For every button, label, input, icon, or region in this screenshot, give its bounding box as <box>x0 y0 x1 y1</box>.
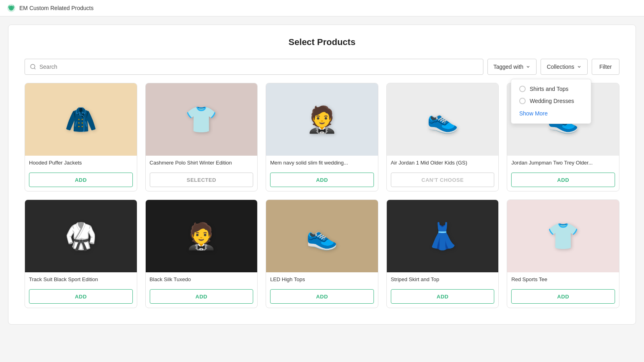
product-image-10: 👕 <box>507 200 619 272</box>
product-image-7: 🤵 <box>146 200 258 272</box>
tagged-with-dropdown[interactable]: Tagged with <box>487 59 537 75</box>
page-title: Select Products <box>25 37 619 47</box>
product-action-5: ADD <box>511 173 615 187</box>
product-action-btn-9[interactable]: ADD <box>391 289 495 304</box>
product-action-btn-3[interactable]: ADD <box>270 173 374 187</box>
radio-wedding[interactable] <box>519 98 526 104</box>
product-action-btn-7[interactable]: ADD <box>150 289 254 304</box>
collections-dropdown-panel: Shirts and Tops Wedding Dresses Show Mor… <box>511 79 591 124</box>
product-action-3: ADD <box>270 173 374 187</box>
product-image-4: 👟 <box>387 83 499 156</box>
product-name-5: Jordan Jumpman Two Trey Older... <box>507 156 619 173</box>
product-card-1: 🧥 Hooded Puffer Jackets ADD <box>25 83 137 191</box>
product-action-btn-2[interactable]: SELECTED <box>150 173 254 187</box>
product-name-3: Mem navy solid slim fit wedding... <box>266 156 378 173</box>
product-card-2: 👕 Cashmere Polo Shirt Winter Edition SEL… <box>145 83 258 191</box>
search-icon <box>30 64 36 70</box>
product-action-btn-1[interactable]: ADD <box>29 173 133 187</box>
product-action-9: ADD <box>391 289 495 304</box>
product-card-6: 🥋 Track Suit Black Sport Edition ADD <box>25 200 137 308</box>
product-image-1: 🧥 <box>25 83 137 156</box>
product-image-3: 🤵 <box>266 83 378 156</box>
product-card-10: 👕 Red Sports Tee ADD <box>507 200 619 308</box>
top-bar: EM Custom Related Products <box>0 0 644 16</box>
product-action-btn-8[interactable]: ADD <box>270 289 374 304</box>
product-name-4: Air Jordan 1 Mid Older Kids (GS) <box>387 156 499 173</box>
main-content: Select Products Tagged with Collections … <box>8 25 636 325</box>
product-action-8: ADD <box>270 289 374 304</box>
product-action-10: ADD <box>511 289 615 304</box>
product-name-2: Cashmere Polo Shirt Winter Edition <box>146 156 258 173</box>
filter-button[interactable]: Filter <box>592 59 619 75</box>
collection-option-wedding[interactable]: Wedding Dresses <box>519 98 583 104</box>
product-action-btn-10[interactable]: ADD <box>511 289 615 304</box>
product-action-6: ADD <box>29 289 133 304</box>
collection-option-shirts[interactable]: Shirts and Tops <box>519 86 583 92</box>
product-image-8: 👟 <box>266 200 378 272</box>
search-input[interactable] <box>39 64 478 70</box>
product-action-4: CAN'T CHOOSE <box>391 173 495 187</box>
product-action-btn-5[interactable]: ADD <box>511 173 615 187</box>
product-image-2: 👕 <box>146 83 258 156</box>
svg-point-1 <box>31 64 35 69</box>
product-action-btn-4: CAN'T CHOOSE <box>391 173 495 187</box>
product-action-1: ADD <box>29 173 133 187</box>
product-action-7: ADD <box>150 289 254 304</box>
product-card-9: 👗 Striped Skirt and Top ADD <box>386 200 499 308</box>
show-more-link[interactable]: Show More <box>519 110 548 117</box>
product-name-8: LED High Tops <box>266 272 378 289</box>
product-action-btn-6[interactable]: ADD <box>29 289 133 304</box>
search-wrapper <box>25 59 483 75</box>
product-card-8: 👟 LED High Tops ADD <box>266 200 378 308</box>
svg-point-0 <box>10 7 12 9</box>
product-name-10: Red Sports Tee <box>507 272 619 289</box>
toolbar: Tagged with Collections Filter Shirts an… <box>25 59 619 75</box>
product-card-7: 🤵 Black Silk Tuxedo ADD <box>145 200 258 308</box>
product-name-9: Striped Skirt and Top <box>387 272 499 289</box>
product-card-3: 🤵 Mem navy solid slim fit wedding... ADD <box>266 83 378 191</box>
product-name-7: Black Silk Tuxedo <box>146 272 258 289</box>
app-title: EM Custom Related Products <box>19 5 93 11</box>
radio-shirts[interactable] <box>519 86 526 92</box>
svg-line-2 <box>34 68 35 69</box>
collections-dropdown-btn[interactable]: Collections <box>541 59 587 75</box>
product-name-6: Track Suit Black Sport Edition <box>25 272 137 289</box>
product-name-1: Hooded Puffer Jackets <box>25 156 137 173</box>
product-action-2: SELECTED <box>150 173 254 187</box>
chevron-down-icon <box>577 64 582 69</box>
product-card-4: 👟 Air Jordan 1 Mid Older Kids (GS) CAN'T… <box>386 83 499 191</box>
product-image-6: 🥋 <box>25 200 137 272</box>
product-image-9: 👗 <box>387 200 499 272</box>
chevron-down-icon <box>526 64 530 69</box>
app-logo-icon <box>6 3 16 13</box>
